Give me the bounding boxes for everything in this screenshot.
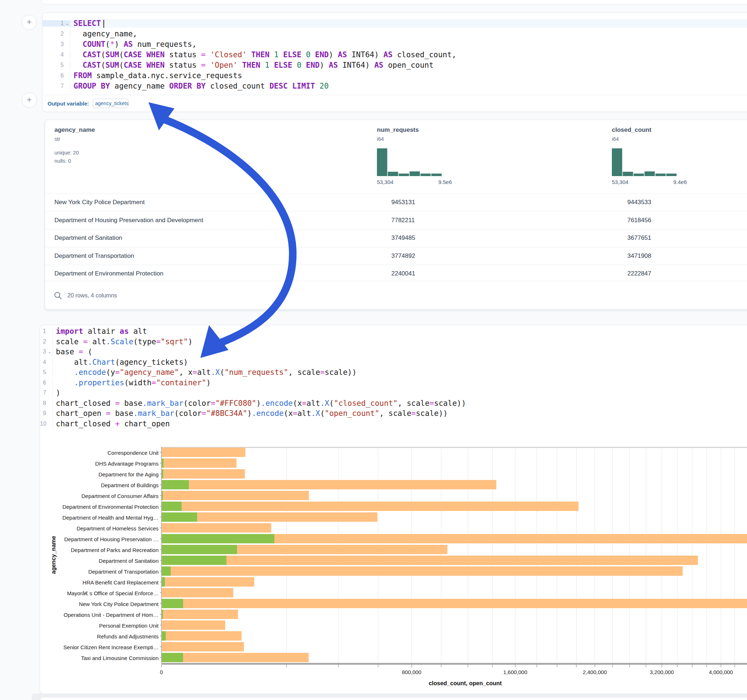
category-label: Department of Buildings — [101, 482, 159, 488]
column-header-agency_name[interactable]: agency_namestrunique: 20nulls: 0 — [54, 127, 95, 165]
table-body: New York City Police Department945313194… — [45, 193, 747, 283]
code-line[interactable]: 4⌄ alt.Chart(agency_tickets) — [40, 357, 747, 368]
bar-closed — [162, 491, 309, 500]
table-row[interactable]: Department of Environmental Protection22… — [45, 265, 747, 283]
code-line[interactable]: 4⌄ CAST(SUM(CASE WHEN status = 'Closed' … — [42, 49, 747, 60]
bar-closed — [162, 523, 271, 533]
table-footer: 20 rows, 4 columns — [45, 281, 747, 310]
table-cell: Department of Housing Preservation and D… — [54, 217, 203, 224]
fold-caret-icon[interactable]: ⌄ — [65, 21, 70, 26]
code-line[interactable]: 5⌄ .encode(y="agency_name", x=alt.X("num… — [40, 367, 747, 378]
x-tick-label: 4,000,000 — [709, 669, 733, 675]
output-variable-label: Output variable: — [48, 101, 89, 107]
column-histogram — [612, 148, 687, 176]
table-row[interactable]: New York City Police Department945313194… — [45, 193, 747, 211]
line-number-gutter: 5⌄ — [42, 62, 70, 68]
search-icon[interactable] — [54, 291, 62, 300]
category-label: Taxi and Limousine Commission — [81, 655, 159, 661]
code-text: chart_open = base.mark_bar(color="#8BC34… — [52, 409, 747, 418]
category-label: Department of Consumer Affairs — [82, 493, 159, 499]
bar-closed — [162, 459, 236, 468]
code-line[interactable]: 7⌄GROUP BY agency_name ORDER BY closed_c… — [42, 81, 747, 91]
code-line[interactable]: 9⌄chart_open = base.mark_bar(color="#8BC… — [40, 408, 747, 419]
python-code-editor[interactable]: 1⌄import altair as alt2⌄scale = alt.Scal… — [40, 326, 747, 429]
code-line[interactable]: 5⌄ CAST(SUM(CASE WHEN status = 'Open' TH… — [42, 60, 747, 70]
code-line[interactable]: 6⌄ .properties(width="container") — [40, 378, 747, 388]
code-text: CAST(SUM(CASE WHEN status = 'Open' THEN … — [70, 61, 747, 69]
x-tick-label: 0 — [160, 669, 163, 675]
code-line[interactable]: 1⌄import altair as alt — [40, 326, 747, 337]
line-number-gutter: 1⌄ — [40, 328, 52, 335]
sql-code-editor[interactable]: 1⌄SELECT2⌄ agency_name,3⌄ COUNT(*) AS nu… — [42, 18, 747, 91]
column-name: num_requests — [377, 127, 452, 134]
fold-caret-icon[interactable]: ⌄ — [47, 349, 52, 355]
table-row[interactable]: Department of Housing Preservation and D… — [45, 211, 747, 229]
code-line[interactable]: 8⌄chart_closed = base.mark_bar(color="#F… — [40, 398, 747, 409]
category-label: Department of Parks and Recreation — [71, 547, 159, 553]
category-label: Senior Citizen Rent Increase Exempti… — [64, 644, 159, 650]
code-text: chart_closed + chart_open — [52, 419, 747, 428]
column-header-num_requests[interactable]: num_requestsi6453,3049.5e6 — [377, 127, 452, 185]
column-stats: unique: 20nulls: 0 — [54, 149, 95, 165]
line-number-gutter: 3⌄ — [40, 348, 52, 355]
table-cell: 9453131 — [391, 199, 415, 206]
code-text: .encode(y="agency_name", x=alt.X("num_re… — [52, 368, 747, 377]
code-line[interactable]: 2⌄scale = alt.Scale(type="sqrt") — [40, 337, 747, 347]
code-text: chart_closed = base.mark_bar(color="#FFC… — [52, 399, 747, 407]
add-cell-button-output[interactable]: + — [22, 92, 37, 108]
code-text: agency_name, — [70, 30, 747, 38]
code-line[interactable]: 1⌄SELECT — [42, 18, 747, 29]
category-label: Department of Transportation — [88, 569, 159, 575]
code-line[interactable]: 3⌄ COUNT(*) AS num_requests, — [42, 39, 747, 49]
bar-closed — [162, 448, 245, 457]
line-number-gutter: 8⌄ — [40, 400, 52, 407]
bar-closed — [162, 653, 309, 662]
table-row[interactable]: Department of Transportation377489234719… — [45, 247, 747, 265]
category-label: Department of Health and Mental Hyg… — [62, 514, 159, 520]
column-name: closed_count — [612, 127, 687, 134]
table-row[interactable]: Department of Sanitation37494853677651 — [45, 229, 747, 247]
table-cell: 2222847 — [628, 270, 651, 277]
line-number-gutter: 3⌄ — [42, 41, 70, 48]
code-text: CAST(SUM(CASE WHEN status = 'Closed' THE… — [70, 50, 747, 59]
query-results-table: agency_namestrunique: 20nulls: 0num_requ… — [45, 119, 747, 310]
bar-closed — [162, 502, 578, 511]
bar-closed — [162, 588, 233, 597]
column-type: str — [54, 136, 95, 142]
category-label: Department of Sanitation — [99, 558, 159, 564]
code-line[interactable]: 3⌄base = ( — [40, 347, 747, 357]
code-line[interactable]: 2⌄ agency_name, — [42, 29, 747, 39]
row-count-status: 20 rows, 4 columns — [67, 293, 117, 299]
bar-open — [162, 653, 183, 662]
previous-cell-edge — [41, 0, 747, 5]
bar-closed — [162, 609, 238, 619]
category-label: Department of Housing Preservation … — [64, 536, 159, 542]
output-variable-input[interactable]: agency_tickets — [92, 99, 129, 108]
table-cell: 3677651 — [628, 234, 651, 241]
plus-icon: + — [27, 17, 32, 27]
bar-closed — [162, 599, 747, 608]
code-line[interactable]: 6⌄FROM sample_data.nyc.service_requests — [42, 70, 747, 81]
bar-open — [162, 480, 189, 489]
category-label: DHS Advantage Programs — [95, 460, 159, 467]
line-number-gutter: 4⌄ — [40, 359, 52, 365]
code-text: SELECT — [70, 19, 747, 28]
table-cell: 3749485 — [391, 234, 415, 241]
line-number-gutter: 5⌄ — [40, 369, 52, 376]
table-cell: 3774892 — [391, 252, 415, 259]
bar-closed — [162, 620, 225, 630]
code-line[interactable]: 7⌄) — [40, 388, 747, 398]
bar-open — [162, 502, 181, 511]
bar-open — [162, 469, 163, 478]
column-header-closed_count[interactable]: closed_counti6453,3049.4e6 — [612, 127, 687, 185]
category-label: New York City Police Department — [79, 601, 159, 607]
add-cell-button-top[interactable]: + — [22, 15, 37, 30]
next-cell-edge — [39, 697, 747, 700]
text-caret — [103, 20, 104, 28]
table-cell: 9443533 — [628, 199, 651, 206]
plus-icon: + — [27, 95, 32, 104]
code-line[interactable]: 10⌄chart_closed + chart_open — [40, 419, 747, 429]
category-label: Department of Environmental Protection — [62, 504, 159, 510]
line-number-gutter: 9⌄ — [40, 410, 52, 416]
line-number-gutter: 6⌄ — [42, 72, 70, 79]
